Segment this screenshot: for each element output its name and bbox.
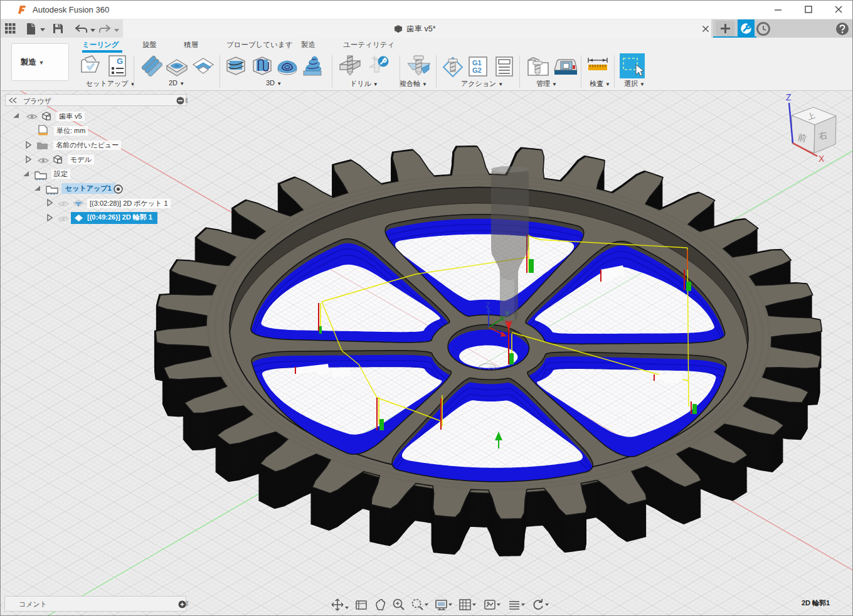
svg-text:Z: Z <box>786 92 792 102</box>
svg-text:X: X <box>819 154 825 164</box>
svg-text:G2: G2 <box>472 66 482 74</box>
svg-text:Z: Z <box>485 301 490 310</box>
svg-text:G1: G1 <box>472 59 482 66</box>
svg-text:右: 右 <box>818 130 829 141</box>
svg-text:G: G <box>117 56 123 66</box>
